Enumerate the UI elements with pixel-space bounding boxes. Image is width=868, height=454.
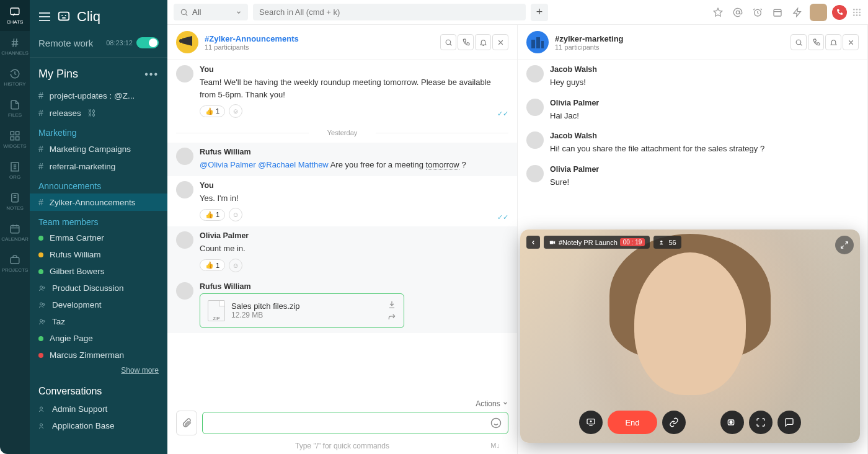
sidebar-item[interactable]: Gilbert Bowers [30, 263, 167, 280]
download-icon[interactable] [388, 300, 396, 309]
pane-close-button[interactable] [492, 34, 508, 50]
group-icon [38, 406, 46, 413]
message-avatar[interactable] [526, 99, 544, 116]
pane-search-button[interactable] [440, 34, 456, 50]
add-reaction-icon[interactable]: ☺ [229, 104, 242, 118]
svg-rect-8 [11, 257, 19, 264]
rail-files[interactable]: FILES [0, 93, 30, 124]
message-avatar[interactable] [176, 231, 193, 249]
sidebar-item[interactable]: #Marketing Campaigns [30, 140, 167, 158]
add-reaction-icon[interactable]: ☺ [229, 259, 242, 272]
scope-selector[interactable]: All [174, 4, 248, 20]
sidebar-item[interactable]: Product Discussion [30, 280, 167, 296]
emoji-icon[interactable] [490, 417, 502, 429]
sidebar-item[interactable]: Rufus William [30, 246, 167, 263]
reaction[interactable]: 👍1 [200, 209, 225, 221]
video-fullscreen-button[interactable] [749, 411, 773, 434]
rail-widgets[interactable]: WIDGETS [0, 124, 30, 155]
rail-history[interactable]: HISTORY [0, 62, 30, 93]
video-back-button[interactable] [526, 236, 540, 249]
markdown-icon[interactable]: M↓ [490, 442, 500, 449]
read-icon: ✓✓ [497, 110, 508, 118]
message-avatar[interactable] [176, 181, 193, 198]
message-avatar[interactable] [526, 131, 544, 149]
message-avatar[interactable] [526, 165, 544, 182]
pin-item[interactable]: #releases⛓ [30, 104, 167, 122]
svg-point-14 [40, 319, 43, 322]
calendar-icon[interactable] [770, 5, 785, 20]
video-expand-button[interactable] [835, 236, 854, 254]
message-input[interactable] [209, 419, 485, 428]
mention-icon[interactable] [730, 5, 745, 20]
mention[interactable]: @Rachael Matthew [258, 160, 329, 169]
status-time: 08:23:12 [106, 39, 133, 47]
rail-org[interactable]: ORG [0, 155, 30, 186]
sidebar-item[interactable]: Marcus Zimmerman [30, 347, 167, 363]
pane-bell-button[interactable] [825, 34, 841, 50]
more-icon[interactable]: ••• [144, 69, 159, 80]
reaction[interactable]: 👍1 [200, 259, 225, 271]
channel-title[interactable]: #Zylker-Announcements [205, 34, 299, 43]
attach-button[interactable] [176, 411, 197, 435]
user-avatar[interactable] [810, 4, 827, 21]
video-viewers-chip[interactable]: 56 [653, 236, 681, 249]
sidebar-item[interactable]: Admin Support [30, 401, 167, 417]
rail-projects[interactable]: PROJECTS [0, 248, 30, 279]
pane-call-button[interactable] [808, 34, 824, 50]
zap-icon[interactable] [790, 5, 805, 20]
message-avatar[interactable] [176, 282, 193, 300]
file-attachment[interactable]: ZIP Sales pitch files.zip 12.29 MB [200, 293, 404, 328]
rail-chats[interactable]: CHATS [0, 0, 30, 31]
pin-item[interactable]: #project-updates : @Z... [30, 87, 167, 104]
share-icon[interactable] [388, 313, 396, 321]
svg-point-25 [853, 11, 855, 13]
add-reaction-icon[interactable]: ☺ [229, 208, 242, 221]
rail-notes[interactable]: NOTES [0, 186, 30, 217]
rail-channels[interactable]: CHANNELS [0, 31, 30, 62]
svg-point-37 [796, 40, 801, 45]
message-avatar[interactable] [526, 65, 544, 82]
message-text: @Olivia Palmer @Rachael Matthew Are you … [200, 159, 508, 171]
reaction[interactable]: 👍1 [200, 105, 225, 117]
call-button[interactable] [832, 5, 847, 20]
reminder-icon[interactable] [750, 5, 765, 20]
mention[interactable]: @Olivia Palmer [200, 160, 256, 169]
sidebar-item[interactable]: Application Base [30, 417, 167, 434]
apps-icon[interactable] [852, 7, 862, 17]
group-icon [38, 285, 46, 292]
message-avatar[interactable] [176, 65, 193, 82]
star-icon[interactable] [711, 5, 725, 20]
pane-close-button[interactable] [843, 34, 859, 50]
sidebar-item[interactable]: #referral-marketing [30, 158, 167, 175]
pane-call-button[interactable] [458, 34, 474, 50]
svg-point-23 [856, 9, 858, 11]
rail-calendar[interactable]: CALENDAR [0, 217, 30, 248]
sidebar-item-active[interactable]: #Zylker-Announcements [30, 194, 167, 211]
sidebar-item[interactable]: Development [30, 296, 167, 313]
composer [202, 412, 508, 434]
read-icon: ✓✓ [497, 213, 508, 221]
actions-link[interactable]: Actions [176, 397, 508, 411]
section-marketing[interactable]: Marketing [30, 122, 167, 140]
sidebar-item[interactable]: Emma Cartner [30, 229, 167, 246]
pane-bell-button[interactable] [475, 34, 491, 50]
video-chat-button[interactable] [777, 411, 801, 434]
pane-search-button[interactable] [790, 34, 807, 50]
new-button[interactable]: + [531, 4, 548, 21]
video-record-button[interactable] [720, 411, 744, 434]
video-end-button[interactable]: End [608, 411, 657, 434]
message-avatar[interactable] [176, 148, 193, 165]
status-text[interactable]: Remote work [38, 38, 93, 48]
channel-title[interactable]: #zylker-marketing [555, 34, 624, 43]
show-more-link[interactable]: Show more [30, 363, 167, 377]
video-link-button[interactable] [662, 411, 686, 434]
search-input[interactable] [253, 4, 526, 20]
video-screenshare-button[interactable] [579, 411, 603, 434]
menu-icon[interactable] [38, 12, 51, 22]
section-team[interactable]: Team members [30, 211, 167, 229]
file-name: Sales pitch files.zip [231, 301, 381, 311]
status-toggle[interactable] [136, 37, 159, 48]
sidebar-item[interactable]: Angie Page [30, 330, 167, 347]
sidebar-item[interactable]: Taz [30, 313, 167, 330]
section-announcements[interactable]: Announcements [30, 175, 167, 194]
